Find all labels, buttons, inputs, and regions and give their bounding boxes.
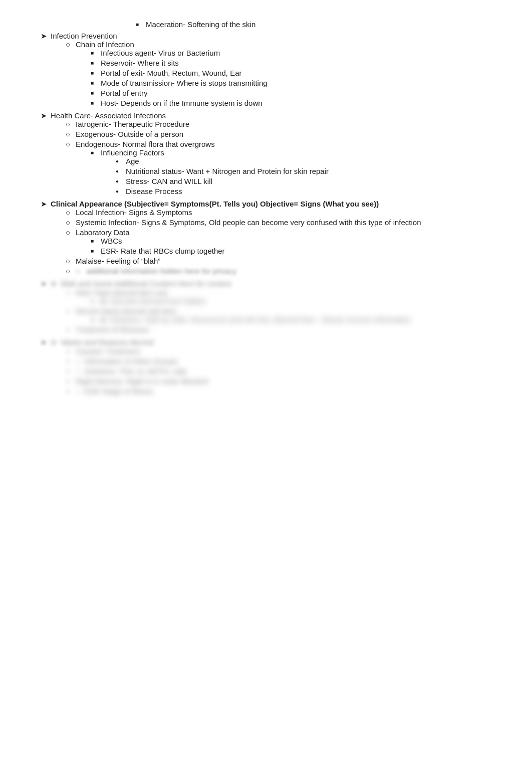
list-item-blurred: Recent News blurred sub item ■ Solutions… <box>66 307 491 324</box>
chain-of-infection-children: Infectious agent- Virus or Bacterium Res… <box>76 49 491 107</box>
document-content: Maceration- Softening of the skin Infect… <box>41 20 491 396</box>
top-bullet-item: Maceration- Softening of the skin <box>136 20 491 29</box>
list-item-blurred: Treatment of illnesses <box>66 325 491 334</box>
list-item-portal-of-entry: Portal of entry <box>91 89 491 97</box>
list-item-influencing-factors: Influencing Factors Age Nutritional stat… <box>91 148 491 196</box>
list-item-blurred: Right Memory: Right is in order Blocked <box>66 377 491 385</box>
main-list: Infection Prevention Chain of Infection … <box>41 32 491 396</box>
blurred-section-1-children: Main Topic blurred item one ■ Sub item b… <box>51 288 491 334</box>
blurred-level3b: ■ Solutions: Side by Side, Resources and… <box>76 315 491 324</box>
list-item-blurred: ■ Sub item blurred here hidden <box>91 297 491 305</box>
infection-prevention-label: Infection Prevention <box>51 32 117 40</box>
clinical-appearance-label: Clinical Appearance (Subjective= Symptom… <box>51 200 379 208</box>
list-item: Host- Depends on if the Immune system is… <box>91 99 491 107</box>
top-bullet-text: Maceration- Softening of the skin <box>146 20 255 29</box>
endogenous-children: Influencing Factors Age Nutritional stat… <box>76 148 491 196</box>
list-item-endogenous: Endogenous- Normal flora that overgrows … <box>66 140 491 196</box>
list-item-blurred-section-1: ➤ Blah and Some Additional Content Here … <box>41 279 491 334</box>
list-item-age: Age <box>116 157 491 165</box>
list-item-blurred-1: ○ additional information hidden here for… <box>66 267 491 275</box>
blurred-level3: ■ Sub item blurred here hidden <box>76 297 491 305</box>
health-care-label: Health Care- Associated Infections <box>51 111 166 120</box>
chain-of-infection-label: Chain of Infection <box>76 40 134 49</box>
list-item-nutritional: Nutritional status- Want + Nitrogen and … <box>116 167 491 175</box>
blurred-section-2-children: Caused: Treatment ○ Information of Other… <box>51 347 491 396</box>
list-item-blurred: ○ Information of Other Groups <box>66 357 491 365</box>
list-item: Portal of exit- Mouth, Rectum, Wound, Ea… <box>91 69 491 77</box>
health-care-children: Iatrogenic- Therapeutic Procedure Exogen… <box>51 120 491 196</box>
list-item-laboratory-data: Laboratory Data WBCs ESR- Rate that RBCs… <box>66 228 491 255</box>
list-item: Infectious agent- Virus or Bacterium <box>91 49 491 57</box>
list-item-iatrogenic: Iatrogenic- Therapeutic Procedure <box>66 120 491 128</box>
list-item-esr: ESR- Rate that RBCs clump together <box>91 247 491 255</box>
list-item-systemic-infection: Systemic Infection- Signs & Symptoms, Ol… <box>66 218 491 227</box>
list-item-blurred: Caused: Treatment <box>66 347 491 355</box>
list-item-stress: Stress- CAN and WILL kill <box>116 177 491 185</box>
list-item-blurred: ○ Solutions: This, to, BOTH, side <box>66 367 491 375</box>
list-item-chain-of-infection: Chain of Infection Infectious agent- Vir… <box>66 40 491 107</box>
list-item-blurred-section-2: ➤ Marks and Reasons blurred Caused: Trea… <box>41 338 491 396</box>
list-item: Reservoir- Where it sits <box>91 59 491 67</box>
clinical-appearance-children: Local Infection- Signs & Symptoms System… <box>51 208 491 275</box>
list-item-health-care: Health Care- Associated Infections Iatro… <box>41 111 491 196</box>
list-item-infection-prevention: Infection Prevention Chain of Infection … <box>41 32 491 107</box>
list-item-malaise: Malaise- Feeling of “blah” <box>66 257 491 265</box>
list-item-blurred: ■ Solutions: Side by Side, Resources and… <box>91 315 491 324</box>
list-item-blurred: ○ ESR Stage of Illness <box>66 387 491 396</box>
list-item-exogenous: Exogenous- Outside of a person <box>66 130 491 138</box>
list-item-blurred: Main Topic blurred item one ■ Sub item b… <box>66 288 491 305</box>
laboratory-data-children: WBCs ESR- Rate that RBCs clump together <box>76 237 491 255</box>
list-item-local-infection: Local Infection- Signs & Symptoms <box>66 208 491 217</box>
infection-prevention-children: Chain of Infection Infectious agent- Vir… <box>51 40 491 107</box>
influencing-factors-children: Age Nutritional status- Want + Nitrogen … <box>101 157 491 196</box>
list-item-disease: Disease Process <box>116 187 491 196</box>
list-item-clinical-appearance: Clinical Appearance (Subjective= Symptom… <box>41 200 491 275</box>
list-item-wbcs: WBCs <box>91 237 491 245</box>
list-item: Mode of transmission- Where is stops tra… <box>91 79 491 87</box>
